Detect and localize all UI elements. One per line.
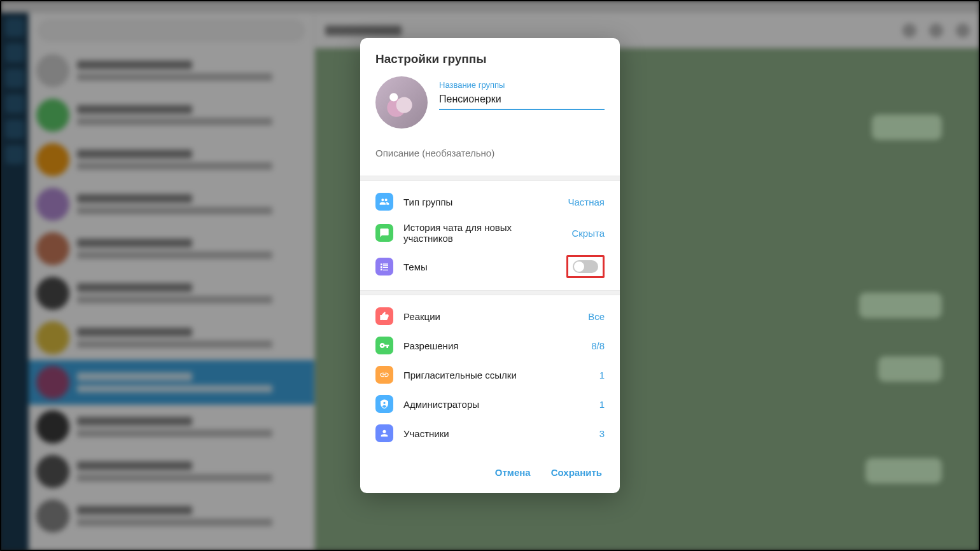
setting-label: Администраторы bbox=[403, 399, 589, 410]
modal-overlay: Настройки группы Название группы Тип гру… bbox=[0, 0, 980, 551]
group-settings-modal: Настройки группы Название группы Тип гру… bbox=[360, 38, 620, 493]
setting-label: Участники bbox=[403, 428, 589, 439]
chat-icon bbox=[375, 224, 393, 242]
topics-icon bbox=[375, 258, 393, 276]
group-icon bbox=[375, 193, 393, 211]
modal-title: Настройки группы bbox=[360, 38, 620, 76]
cancel-button[interactable]: Отмена bbox=[493, 463, 533, 482]
setting-value: Частная bbox=[568, 197, 605, 207]
thumb-icon bbox=[375, 307, 393, 325]
separator bbox=[360, 290, 620, 295]
group-description-input[interactable] bbox=[375, 148, 605, 158]
setting-row-members[interactable]: Участники3 bbox=[360, 419, 620, 448]
separator bbox=[360, 176, 620, 181]
setting-value: 3 bbox=[599, 428, 605, 439]
group-photo[interactable] bbox=[375, 76, 428, 129]
setting-label: Разрешения bbox=[403, 340, 581, 351]
save-button[interactable]: Сохранить bbox=[549, 463, 605, 482]
setting-row-key[interactable]: Разрешения8/8 bbox=[360, 331, 620, 360]
highlight-box bbox=[566, 255, 605, 278]
setting-row-group[interactable]: Тип группыЧастная bbox=[360, 187, 620, 216]
setting-row-link[interactable]: Пригласительные ссылки1 bbox=[360, 360, 620, 389]
group-name-label: Название группы bbox=[439, 80, 605, 90]
settings-list-2: РеакцииВсеРазрешения8/8Пригласительные с… bbox=[360, 295, 620, 454]
link-icon bbox=[375, 366, 393, 384]
setting-row-topics[interactable]: Темы bbox=[360, 249, 620, 284]
shield-icon bbox=[375, 395, 393, 413]
setting-row-shield[interactable]: Администраторы1 bbox=[360, 389, 620, 419]
settings-list-1: Тип группыЧастнаяИстория чата для новых … bbox=[360, 181, 620, 290]
setting-value: Все bbox=[588, 311, 605, 322]
setting-label: Темы bbox=[403, 262, 556, 272]
setting-label: Тип группы bbox=[403, 197, 558, 207]
setting-value: 1 bbox=[599, 370, 605, 380]
setting-label: История чата для новых участников bbox=[403, 222, 561, 244]
key-icon bbox=[375, 337, 393, 354]
setting-value: Скрыта bbox=[571, 228, 605, 239]
setting-label: Реакции bbox=[403, 311, 578, 322]
setting-label: Пригласительные ссылки bbox=[403, 370, 589, 380]
members-icon bbox=[375, 424, 393, 442]
setting-row-thumb[interactable]: РеакцииВсе bbox=[360, 302, 620, 331]
topics-toggle[interactable] bbox=[573, 260, 598, 273]
group-name-input[interactable] bbox=[439, 91, 605, 110]
setting-value: 8/8 bbox=[591, 340, 605, 351]
setting-value: 1 bbox=[599, 399, 605, 410]
setting-row-chat[interactable]: История чата для новых участниковСкрыта bbox=[360, 216, 620, 249]
